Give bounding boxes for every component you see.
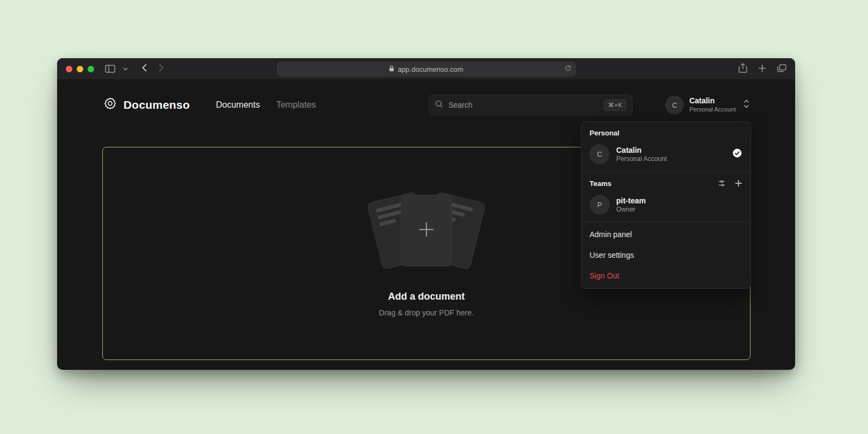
- brand-name: Documenso: [123, 98, 190, 111]
- forward-button-icon[interactable]: [159, 64, 164, 74]
- avatar: C: [590, 144, 610, 164]
- menu-item-user-settings[interactable]: User settings: [581, 245, 751, 265]
- nav-templates[interactable]: Templates: [276, 100, 316, 110]
- close-window-button[interactable]: [66, 66, 72, 72]
- personal-account-item[interactable]: C Catalin Personal Account: [581, 141, 751, 171]
- account-dropdown-menu: Personal C Catalin Personal Account Team…: [581, 121, 751, 289]
- minimize-window-button[interactable]: [77, 66, 83, 72]
- selected-check-icon: [732, 148, 742, 160]
- dropzone-subtitle: Drag & drop your PDF here.: [379, 308, 474, 317]
- search-placeholder: Search: [448, 101, 472, 109]
- sidebar-toggle-icon[interactable]: [105, 65, 115, 73]
- avatar: P: [590, 195, 610, 215]
- account-menu-button[interactable]: C Catalin Personal Account: [665, 96, 749, 114]
- team-role: Owner: [616, 206, 646, 214]
- main-nav: Documents Templates: [216, 100, 316, 110]
- lock-icon: [389, 65, 394, 73]
- avatar: C: [665, 96, 684, 114]
- share-icon[interactable]: [739, 63, 747, 75]
- personal-account-type: Personal Account: [616, 155, 667, 164]
- reload-icon[interactable]: [565, 65, 572, 73]
- add-team-icon[interactable]: [735, 179, 742, 187]
- team-item[interactable]: P pit-team Owner: [581, 192, 751, 222]
- documenso-logo-icon: [103, 97, 117, 114]
- account-name: Catalin: [689, 96, 736, 106]
- zoom-window-button[interactable]: [88, 66, 94, 72]
- dropzone-title: Add a document: [388, 291, 464, 302]
- chevron-down-icon[interactable]: [123, 67, 128, 71]
- document-cards-illustration: [367, 190, 486, 271]
- search-shortcut-badge: ⌘+K: [604, 100, 627, 111]
- search-input[interactable]: Search ⌘+K: [429, 95, 633, 115]
- address-bar-url: app.documenso.com: [398, 65, 463, 73]
- manage-teams-icon[interactable]: [717, 179, 726, 188]
- menu-item-admin-panel[interactable]: Admin panel: [581, 222, 751, 245]
- menu-item-sign-out[interactable]: Sign Out: [581, 265, 751, 288]
- chevrons-up-down-icon: [743, 100, 749, 110]
- plus-icon: [417, 220, 436, 241]
- browser-titlebar: app.documenso.com: [57, 58, 795, 80]
- back-button-icon[interactable]: [142, 64, 147, 74]
- nav-documents[interactable]: Documents: [216, 100, 260, 110]
- account-type: Personal Account: [689, 106, 736, 114]
- teams-section-label: Teams: [590, 179, 611, 188]
- traffic-lights: [66, 66, 94, 72]
- card-front: [401, 195, 452, 266]
- address-bar[interactable]: app.documenso.com: [277, 61, 576, 77]
- team-name: pit-team: [616, 196, 646, 206]
- personal-section-label: Personal: [581, 122, 751, 141]
- new-tab-icon[interactable]: [758, 64, 766, 75]
- teams-section-header: Teams: [581, 172, 751, 192]
- brand[interactable]: Documenso: [103, 97, 190, 114]
- browser-window: app.documenso.com: [57, 58, 795, 370]
- personal-account-name: Catalin: [616, 145, 667, 155]
- tab-overview-icon[interactable]: [777, 64, 786, 75]
- search-icon: [435, 100, 443, 110]
